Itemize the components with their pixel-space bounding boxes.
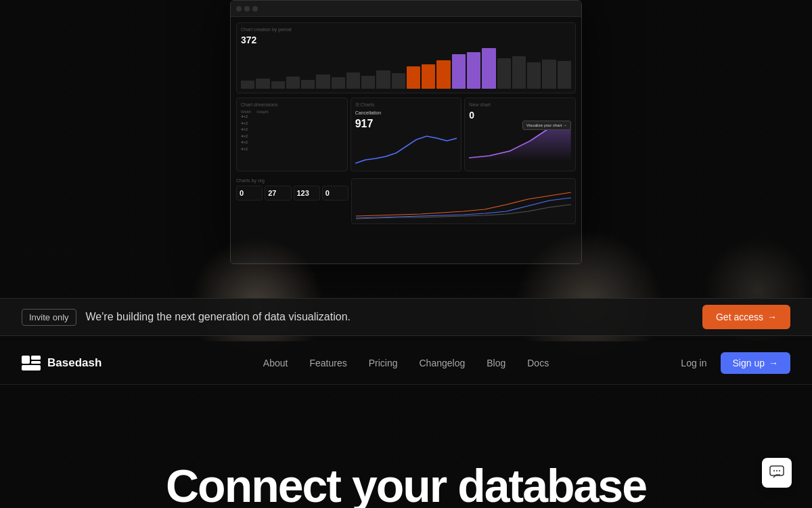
banner-bar: Invite only We're building the next gene… (0, 298, 812, 336)
bar-14 (436, 60, 450, 89)
svg-point-8 (779, 470, 780, 471)
bar-9 (361, 76, 375, 89)
bar-chart (241, 48, 571, 89)
invite-badge: Invite only (22, 309, 76, 326)
new-chart-section: New chart 0 (464, 98, 576, 171)
nav-pricing[interactable]: Pricing (369, 358, 398, 368)
bottom-line-chart (356, 186, 571, 219)
bar-19 (512, 56, 526, 89)
bar-2 (256, 79, 269, 89)
titlebar-dot-1 (236, 6, 242, 12)
mini-stat-3: 123 (294, 186, 320, 200)
mini-stat-4: 0 (322, 186, 348, 200)
svg-point-7 (776, 470, 777, 471)
get-access-label: Get access (716, 312, 763, 322)
hero-text-area: Connect your database (0, 461, 812, 508)
navbar: Basedash About Features Pricing Changelo… (0, 341, 812, 385)
bottom-grid: Charts by org 0 27 123 0 (236, 178, 576, 224)
bar-7 (332, 77, 345, 89)
stat-value-1: 917 (355, 118, 457, 130)
bar-20 (527, 62, 541, 89)
svg-rect-1 (22, 356, 30, 364)
nav-features[interactable]: Features (309, 358, 346, 368)
titlebar-dot-3 (252, 6, 258, 12)
bar-17 (482, 48, 495, 89)
dashboard-titlebar (231, 1, 581, 17)
svg-point-6 (773, 470, 775, 471)
get-access-button[interactable]: Get access → (702, 305, 790, 329)
nav-about[interactable]: About (263, 358, 288, 368)
hero-heading: Connect your database (0, 461, 812, 508)
bar-16 (467, 52, 480, 89)
nav-blog[interactable]: Blog (487, 358, 505, 368)
bar-13 (422, 64, 435, 89)
signup-label: Sign up (733, 358, 765, 368)
get-access-arrow: → (767, 312, 777, 322)
mini-stat-1: 0 (236, 186, 263, 200)
chat-widget[interactable] (762, 458, 792, 488)
dashboard-screenshot: Chart creation by period 372 (230, 0, 582, 264)
dashboard-content: Chart creation by period 372 (231, 17, 581, 263)
nav-links: About Features Pricing Changelog Blog Do… (263, 358, 549, 368)
stat-value-2: 0 (469, 110, 571, 121)
bar-10 (376, 70, 390, 89)
brand-name: Basedash (47, 356, 102, 370)
nav-docs[interactable]: Docs (527, 358, 549, 368)
dashboard-grid: Chart dimensions Width Height 4×24×24×24… (236, 98, 576, 175)
bar-22 (558, 61, 571, 89)
svg-rect-3 (31, 361, 41, 364)
bar-8 (346, 72, 360, 89)
bar-5 (301, 80, 315, 89)
banner-tagline: We're building the next generation of da… (86, 311, 702, 323)
nav-changelog[interactable]: Changelog (419, 358, 465, 368)
chat-icon (769, 465, 784, 480)
bottom-line-chart-section (351, 178, 576, 224)
logo-area[interactable]: Basedash (22, 356, 102, 371)
chart-value: 372 (241, 35, 571, 45)
titlebar-dot-2 (244, 6, 250, 12)
mini-stats-group: Charts by org 0 27 123 0 (236, 178, 348, 224)
area-chart-container: Visualize your chart → (469, 121, 571, 161)
mini-line-chart (355, 133, 457, 167)
nav-actions: Log in Sign up → (681, 352, 790, 374)
svg-rect-2 (31, 356, 41, 360)
chart-label: Chart creation by period (241, 27, 571, 32)
svg-rect-4 (22, 365, 41, 371)
logo-icon (22, 356, 41, 371)
signup-button[interactable]: Sign up → (721, 352, 790, 374)
chart-section-main: Chart creation by period 372 (236, 22, 576, 93)
bar-15 (452, 54, 466, 89)
signup-arrow: → (769, 358, 778, 368)
bar-6 (316, 75, 330, 89)
bar-4 (286, 77, 300, 89)
chart-dimensions-section: Chart dimensions Width Height 4×24×24×24… (236, 98, 348, 171)
bar-21 (542, 60, 556, 89)
bar-12 (407, 66, 420, 89)
bar-11 (392, 73, 405, 89)
chart-stats-section: ☰ Charts Cancellation 917 (351, 98, 462, 171)
bar-18 (497, 58, 511, 89)
mini-stat-2: 27 (265, 186, 291, 200)
bar-1 (241, 81, 254, 89)
bar-3 (271, 81, 285, 89)
login-button[interactable]: Log in (681, 358, 706, 368)
